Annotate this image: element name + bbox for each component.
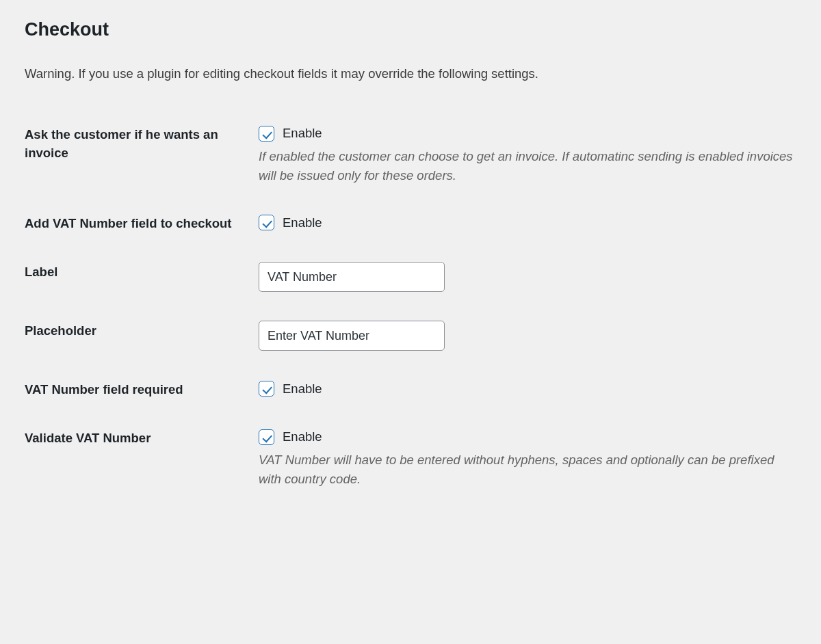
row-label-vat-required: VAT Number field required — [25, 379, 252, 399]
checkbox-vat-required[interactable] — [259, 381, 274, 397]
row-add-vat: Add VAT Number field to checkout Enable — [25, 200, 796, 248]
checkbox-label-validate-vat: Enable — [283, 429, 322, 444]
row-label-add-vat: Add VAT Number field to checkout — [25, 213, 252, 233]
checkbox-ask-invoice[interactable] — [259, 126, 274, 142]
row-vat-label: Label — [25, 248, 796, 307]
checkbox-add-vat[interactable] — [259, 215, 274, 230]
check-line-ask-invoice[interactable]: Enable — [259, 126, 796, 142]
input-vat-label[interactable] — [259, 262, 445, 292]
warning-text: Warning. If you use a plugin for editing… — [25, 65, 796, 83]
row-vat-required: VAT Number field required Enable — [25, 366, 796, 414]
check-line-vat-required[interactable]: Enable — [259, 381, 796, 397]
row-vat-placeholder: Placeholder — [25, 307, 796, 366]
check-line-add-vat[interactable]: Enable — [259, 215, 796, 230]
checkbox-label-ask-invoice: Enable — [283, 126, 322, 141]
checkbox-label-add-vat: Enable — [283, 215, 322, 230]
help-ask-invoice: If enabled the customer can choose to ge… — [259, 147, 796, 185]
row-label-vat-placeholder: Placeholder — [25, 321, 252, 340]
check-line-validate-vat[interactable]: Enable — [259, 429, 796, 445]
checkbox-label-vat-required: Enable — [283, 381, 322, 397]
row-ask-invoice: Ask the customer if he wants an invoice … — [25, 111, 796, 200]
checkbox-validate-vat[interactable] — [259, 429, 274, 445]
row-label-ask-invoice: Ask the customer if he wants an invoice — [25, 124, 252, 163]
help-validate-vat: VAT Number will have to be entered witho… — [259, 451, 796, 489]
row-label-vat-label: Label — [25, 262, 252, 282]
page-title: Checkout — [25, 19, 796, 40]
row-validate-vat: Validate VAT Number Enable VAT Number wi… — [25, 414, 796, 504]
row-label-validate-vat: Validate VAT Number — [25, 428, 252, 448]
input-vat-placeholder[interactable] — [259, 321, 445, 351]
